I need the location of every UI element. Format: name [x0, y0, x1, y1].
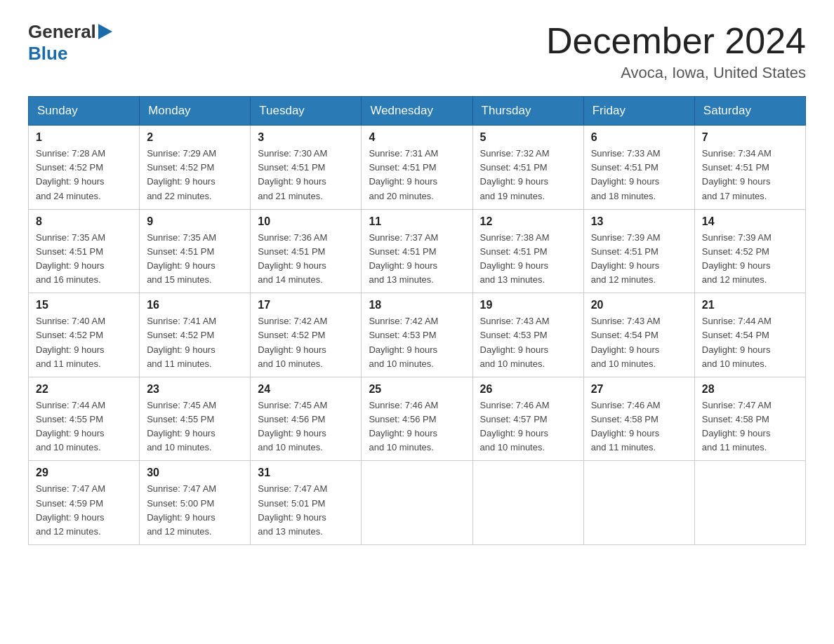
- day-info-31: Sunrise: 7:47 AMSunset: 5:01 PMDaylight:…: [258, 482, 354, 539]
- empty-cell: [694, 461, 805, 545]
- logo-arrow-icon: [98, 25, 112, 39]
- day-cell-19: 19Sunrise: 7:43 AMSunset: 4:53 PMDayligh…: [472, 293, 583, 377]
- day-number-7: 7: [702, 131, 798, 144]
- day-number-24: 24: [258, 383, 354, 396]
- day-cell-10: 10Sunrise: 7:36 AMSunset: 4:51 PMDayligh…: [251, 209, 362, 293]
- day-number-6: 6: [591, 131, 687, 144]
- day-number-23: 23: [147, 383, 243, 396]
- day-number-11: 11: [369, 215, 465, 228]
- day-cell-1: 1Sunrise: 7:28 AMSunset: 4:52 PMDaylight…: [29, 126, 140, 210]
- empty-cell: [472, 461, 583, 545]
- day-info-2: Sunrise: 7:29 AMSunset: 4:52 PMDaylight:…: [147, 147, 243, 203]
- empty-cell: [362, 461, 472, 545]
- logo-general-text: General: [28, 21, 96, 43]
- day-number-27: 27: [591, 383, 687, 396]
- day-number-18: 18: [369, 299, 465, 311]
- day-number-3: 3: [258, 131, 354, 144]
- day-info-29: Sunrise: 7:47 AMSunset: 4:59 PMDaylight:…: [36, 482, 132, 539]
- day-cell-23: 23Sunrise: 7:45 AMSunset: 4:55 PMDayligh…: [140, 377, 251, 461]
- day-cell-26: 26Sunrise: 7:46 AMSunset: 4:57 PMDayligh…: [472, 377, 583, 461]
- day-info-20: Sunrise: 7:43 AMSunset: 4:54 PMDaylight:…: [591, 314, 687, 371]
- day-info-21: Sunrise: 7:44 AMSunset: 4:54 PMDaylight:…: [702, 314, 798, 371]
- empty-cell: [583, 461, 694, 545]
- day-number-22: 22: [36, 383, 132, 396]
- day-number-25: 25: [369, 383, 465, 396]
- day-cell-27: 27Sunrise: 7:46 AMSunset: 4:58 PMDayligh…: [583, 377, 694, 461]
- week-row-4: 22Sunrise: 7:44 AMSunset: 4:55 PMDayligh…: [29, 377, 806, 461]
- day-number-12: 12: [480, 215, 576, 228]
- day-number-9: 9: [147, 215, 243, 228]
- day-info-1: Sunrise: 7:28 AMSunset: 4:52 PMDaylight:…: [36, 147, 132, 203]
- page-header: General Blue December 2024 Avoca, Iowa, …: [28, 21, 806, 82]
- day-cell-5: 5Sunrise: 7:32 AMSunset: 4:51 PMDaylight…: [472, 126, 583, 210]
- day-number-19: 19: [480, 299, 576, 311]
- day-cell-18: 18Sunrise: 7:42 AMSunset: 4:53 PMDayligh…: [362, 293, 472, 377]
- day-info-23: Sunrise: 7:45 AMSunset: 4:55 PMDaylight:…: [147, 398, 243, 455]
- day-number-2: 2: [147, 131, 243, 144]
- day-info-26: Sunrise: 7:46 AMSunset: 4:57 PMDaylight:…: [480, 398, 576, 455]
- header-saturday: Saturday: [694, 97, 805, 126]
- day-info-22: Sunrise: 7:44 AMSunset: 4:55 PMDaylight:…: [36, 398, 132, 455]
- day-cell-21: 21Sunrise: 7:44 AMSunset: 4:54 PMDayligh…: [694, 293, 805, 377]
- day-info-6: Sunrise: 7:33 AMSunset: 4:51 PMDaylight:…: [591, 147, 687, 203]
- day-number-13: 13: [591, 215, 687, 228]
- location-title: Avoca, Iowa, United States: [546, 64, 806, 82]
- day-cell-20: 20Sunrise: 7:43 AMSunset: 4:54 PMDayligh…: [583, 293, 694, 377]
- day-cell-28: 28Sunrise: 7:47 AMSunset: 4:58 PMDayligh…: [694, 377, 805, 461]
- day-cell-11: 11Sunrise: 7:37 AMSunset: 4:51 PMDayligh…: [362, 209, 472, 293]
- day-cell-25: 25Sunrise: 7:46 AMSunset: 4:56 PMDayligh…: [362, 377, 472, 461]
- day-info-13: Sunrise: 7:39 AMSunset: 4:51 PMDaylight:…: [591, 231, 687, 288]
- day-number-10: 10: [258, 215, 354, 228]
- day-number-29: 29: [36, 467, 132, 479]
- day-cell-29: 29Sunrise: 7:47 AMSunset: 4:59 PMDayligh…: [29, 461, 140, 545]
- day-number-4: 4: [369, 131, 465, 144]
- day-info-24: Sunrise: 7:45 AMSunset: 4:56 PMDaylight:…: [258, 398, 354, 455]
- day-info-10: Sunrise: 7:36 AMSunset: 4:51 PMDaylight:…: [258, 231, 354, 288]
- day-info-28: Sunrise: 7:47 AMSunset: 4:58 PMDaylight:…: [702, 398, 798, 455]
- day-info-14: Sunrise: 7:39 AMSunset: 4:52 PMDaylight:…: [702, 231, 798, 288]
- day-cell-3: 3Sunrise: 7:30 AMSunset: 4:51 PMDaylight…: [251, 126, 362, 210]
- day-number-30: 30: [147, 467, 243, 479]
- day-info-16: Sunrise: 7:41 AMSunset: 4:52 PMDaylight:…: [147, 314, 243, 371]
- day-cell-12: 12Sunrise: 7:38 AMSunset: 4:51 PMDayligh…: [472, 209, 583, 293]
- day-info-25: Sunrise: 7:46 AMSunset: 4:56 PMDaylight:…: [369, 398, 465, 455]
- day-number-16: 16: [147, 299, 243, 311]
- day-number-8: 8: [36, 215, 132, 228]
- week-row-2: 8Sunrise: 7:35 AMSunset: 4:51 PMDaylight…: [29, 209, 806, 293]
- header-monday: Monday: [140, 97, 251, 126]
- week-row-3: 15Sunrise: 7:40 AMSunset: 4:52 PMDayligh…: [29, 293, 806, 377]
- day-info-19: Sunrise: 7:43 AMSunset: 4:53 PMDaylight:…: [480, 314, 576, 371]
- title-area: December 2024 Avoca, Iowa, United States: [546, 21, 806, 82]
- day-info-12: Sunrise: 7:38 AMSunset: 4:51 PMDaylight:…: [480, 231, 576, 288]
- day-number-17: 17: [258, 299, 354, 311]
- day-number-14: 14: [702, 215, 798, 228]
- day-cell-7: 7Sunrise: 7:34 AMSunset: 4:51 PMDaylight…: [694, 126, 805, 210]
- day-cell-9: 9Sunrise: 7:35 AMSunset: 4:51 PMDaylight…: [140, 209, 251, 293]
- day-info-18: Sunrise: 7:42 AMSunset: 4:53 PMDaylight:…: [369, 314, 465, 371]
- logo-blue-text: Blue: [28, 43, 67, 64]
- day-info-4: Sunrise: 7:31 AMSunset: 4:51 PMDaylight:…: [369, 147, 465, 203]
- day-info-30: Sunrise: 7:47 AMSunset: 5:00 PMDaylight:…: [147, 482, 243, 539]
- day-cell-13: 13Sunrise: 7:39 AMSunset: 4:51 PMDayligh…: [583, 209, 694, 293]
- day-cell-6: 6Sunrise: 7:33 AMSunset: 4:51 PMDaylight…: [583, 126, 694, 210]
- day-number-28: 28: [702, 383, 798, 396]
- day-cell-14: 14Sunrise: 7:39 AMSunset: 4:52 PMDayligh…: [694, 209, 805, 293]
- day-info-27: Sunrise: 7:46 AMSunset: 4:58 PMDaylight:…: [591, 398, 687, 455]
- day-info-3: Sunrise: 7:30 AMSunset: 4:51 PMDaylight:…: [258, 147, 354, 203]
- header-thursday: Thursday: [472, 97, 583, 126]
- day-number-5: 5: [480, 131, 576, 144]
- day-number-21: 21: [702, 299, 798, 311]
- day-info-8: Sunrise: 7:35 AMSunset: 4:51 PMDaylight:…: [36, 231, 132, 288]
- header-tuesday: Tuesday: [251, 97, 362, 126]
- day-number-1: 1: [36, 131, 132, 144]
- day-cell-24: 24Sunrise: 7:45 AMSunset: 4:56 PMDayligh…: [251, 377, 362, 461]
- day-info-15: Sunrise: 7:40 AMSunset: 4:52 PMDaylight:…: [36, 314, 132, 371]
- day-cell-16: 16Sunrise: 7:41 AMSunset: 4:52 PMDayligh…: [140, 293, 251, 377]
- day-info-9: Sunrise: 7:35 AMSunset: 4:51 PMDaylight:…: [147, 231, 243, 288]
- day-info-7: Sunrise: 7:34 AMSunset: 4:51 PMDaylight:…: [702, 147, 798, 203]
- day-number-31: 31: [258, 467, 354, 479]
- day-info-17: Sunrise: 7:42 AMSunset: 4:52 PMDaylight:…: [258, 314, 354, 371]
- day-cell-31: 31Sunrise: 7:47 AMSunset: 5:01 PMDayligh…: [251, 461, 362, 545]
- day-cell-8: 8Sunrise: 7:35 AMSunset: 4:51 PMDaylight…: [29, 209, 140, 293]
- header-sunday: Sunday: [29, 97, 140, 126]
